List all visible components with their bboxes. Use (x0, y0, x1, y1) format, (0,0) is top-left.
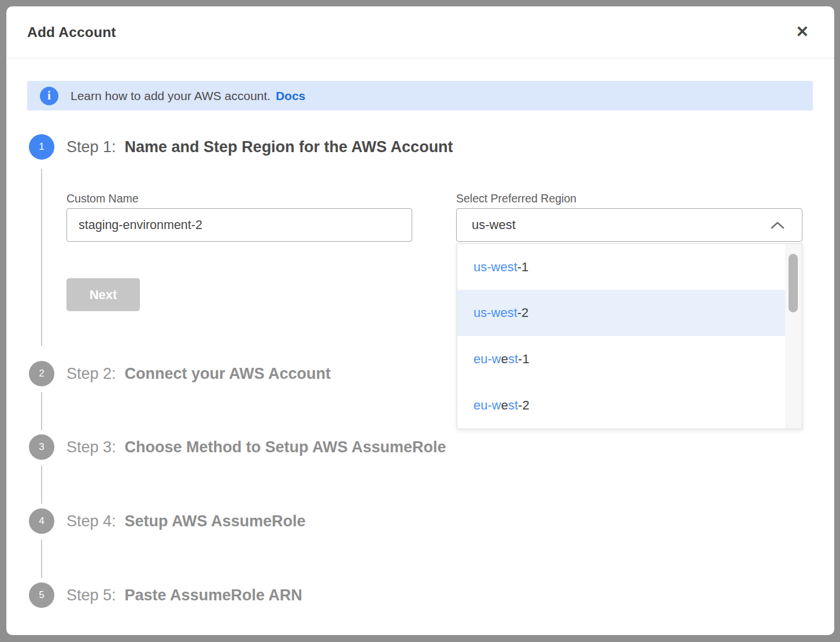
step-3-title: Choose Method to Setup AWS AssumeRole (125, 438, 446, 456)
step-2-title: Connect your AWS Account (125, 365, 331, 383)
option-match-segment: st (508, 398, 518, 413)
custom-name-label: Custom Name (66, 192, 139, 205)
custom-name-input[interactable] (66, 208, 412, 242)
step-3-connector (41, 466, 42, 504)
dropdown-scrollbar-thumb[interactable] (789, 254, 798, 312)
step-2-header: 2 Step 2: Connect your AWS Account (29, 361, 331, 386)
option-match-segment: us-west (473, 260, 517, 275)
step-2-connector (41, 392, 42, 430)
step-1-connector (41, 169, 42, 346)
step-1-header: 1 Step 1: Name and Step Region for the A… (29, 134, 453, 160)
option-text-segment: e (501, 352, 508, 367)
step-4-title: Setup AWS AssumeRole (125, 512, 306, 530)
option-text-segment: -1 (517, 260, 529, 275)
step-2-label: Step 2: (66, 365, 116, 383)
option-match-segment: st (508, 352, 518, 367)
region-option-eu-west-1[interactable]: eu-west-1 (457, 336, 802, 382)
modal-header: Add Account ✕ (27, 6, 811, 58)
step-5-title: Paste AssumeRole ARN (125, 586, 302, 604)
info-banner: i Learn how to add your AWS account. Doc… (27, 81, 813, 110)
step-4-connector (41, 540, 42, 578)
option-match-segment: us-west (473, 305, 517, 320)
step-4-indicator: 4 (29, 508, 54, 534)
step-1-title: Name and Step Region for the AWS Account (125, 138, 453, 156)
option-text-segment: e (501, 398, 508, 413)
next-button[interactable]: Next (66, 278, 140, 311)
info-icon: i (40, 87, 58, 105)
step-1-indicator: 1 (29, 134, 54, 160)
step-5-label: Step 5: (66, 586, 116, 604)
step-3-header: 3 Step 3: Choose Method to Setup AWS Ass… (29, 434, 446, 460)
region-select-value: us-west (472, 217, 516, 233)
step-3-indicator: 3 (29, 434, 54, 460)
docs-link[interactable]: Docs (276, 89, 305, 103)
option-text-segment: -2 (518, 398, 530, 413)
option-text-segment: -2 (517, 305, 529, 320)
region-option-eu-west-2[interactable]: eu-west-2 (457, 382, 802, 429)
header-divider (6, 58, 834, 58)
region-dropdown: us-west-1 us-west-2 eu-west-1 eu-west-2 (457, 243, 802, 429)
option-match-segment: eu-w (473, 352, 501, 367)
step-1-label: Step 1: (66, 138, 116, 156)
banner-text: Learn how to add your AWS account. (71, 89, 271, 103)
step-4-label: Step 4: (66, 512, 116, 530)
region-option-us-west-2[interactable]: us-west-2 (457, 290, 802, 336)
modal-title: Add Account (27, 24, 116, 40)
region-label: Select Preferred Region (456, 192, 576, 205)
step-4-header: 4 Step 4: Setup AWS AssumeRole (29, 508, 306, 534)
step-5-header: 5 Step 5: Paste AssumeRole ARN (29, 582, 302, 608)
step-2-indicator: 2 (29, 361, 54, 386)
region-select[interactable]: us-west (456, 208, 802, 242)
option-text-segment: -1 (518, 352, 530, 367)
add-account-modal: Add Account ✕ i Learn how to add your AW… (6, 6, 834, 635)
step-5-indicator: 5 (29, 582, 54, 608)
chevron-up-icon (771, 222, 785, 229)
option-match-segment: eu-w (473, 398, 501, 413)
dropdown-scrollbar-track[interactable] (785, 244, 802, 429)
step-3-label: Step 3: (66, 438, 116, 456)
close-icon[interactable]: ✕ (793, 22, 811, 42)
region-option-us-west-1[interactable]: us-west-1 (457, 244, 802, 290)
